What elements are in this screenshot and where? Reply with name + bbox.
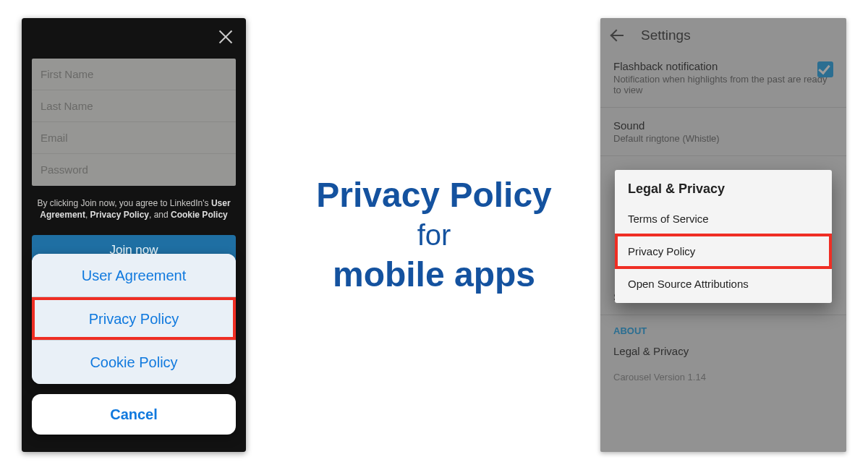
flashback-row[interactable]: Flashback notification Notification when…	[600, 53, 846, 103]
sheet-cookie-policy[interactable]: Cookie Policy	[32, 341, 236, 384]
settings-toolbar: Settings	[600, 18, 846, 53]
hero-line2: for	[316, 217, 552, 253]
email-field[interactable]: Email	[32, 122, 236, 154]
disclaimer-pre: By clicking Join now, you agree to Linke…	[37, 198, 210, 208]
disclaimer-pp: Privacy Policy	[90, 210, 149, 220]
flashback-sub: Notification when highlights from the pa…	[613, 74, 833, 95]
hero-title: Privacy Policy for mobile apps	[316, 174, 552, 296]
disclaimer-sep2: , and	[149, 210, 171, 220]
dialog-open-source-attribs[interactable]: Open Source Attributions	[615, 268, 832, 300]
version-label: Carousel Version 1.14	[600, 364, 846, 396]
dialog-header: Legal & Privacy	[615, 174, 832, 202]
signup-disclaimer: By clicking Join now, you agree to Linke…	[36, 197, 231, 221]
disclaimer-cp: Cookie Policy	[171, 210, 228, 220]
dialog-terms-of-service[interactable]: Terms of Service	[615, 202, 832, 235]
dialog-privacy-policy[interactable]: Privacy Policy	[615, 234, 832, 269]
disclaimer-sep1: ,	[85, 210, 90, 220]
divider	[600, 107, 846, 108]
sound-title: Sound	[613, 119, 833, 132]
android-screenshot: Settings Flashback notification Notifica…	[600, 18, 846, 452]
divider	[600, 155, 846, 156]
flashback-checkbox[interactable]	[817, 61, 833, 77]
first-name-field[interactable]: First Name	[32, 59, 236, 90]
legal-privacy-row[interactable]: Legal & Privacy	[600, 338, 846, 364]
flashback-title: Flashback notification	[613, 60, 833, 72]
ios-screenshot: First Name Last Name Email Password By c…	[22, 18, 246, 452]
password-field[interactable]: Password	[32, 154, 236, 186]
last-name-field[interactable]: Last Name	[32, 90, 236, 122]
hero-line1: Privacy Policy	[316, 174, 552, 217]
sound-row[interactable]: Sound Default ringtone (Whistle)	[600, 112, 846, 151]
hero-line3: mobile apps	[316, 253, 552, 296]
legal-privacy-label: Legal & Privacy	[613, 345, 833, 357]
back-arrow-icon[interactable]	[610, 28, 625, 43]
sound-sub: Default ringtone (Whistle)	[613, 133, 833, 144]
action-sheet: User Agreement Privacy Policy Cookie Pol…	[32, 254, 236, 384]
about-header: ABOUT	[600, 320, 846, 338]
signup-form: First Name Last Name Email Password	[32, 59, 236, 186]
close-icon[interactable]	[216, 27, 236, 47]
toolbar-title: Settings	[641, 27, 691, 43]
divider	[600, 315, 846, 315]
cancel-button[interactable]: Cancel	[32, 394, 236, 435]
sheet-privacy-policy[interactable]: Privacy Policy	[32, 297, 236, 341]
sheet-user-agreement[interactable]: User Agreement	[32, 254, 236, 297]
legal-privacy-dialog: Legal & Privacy Terms of Service Privacy…	[615, 170, 832, 303]
